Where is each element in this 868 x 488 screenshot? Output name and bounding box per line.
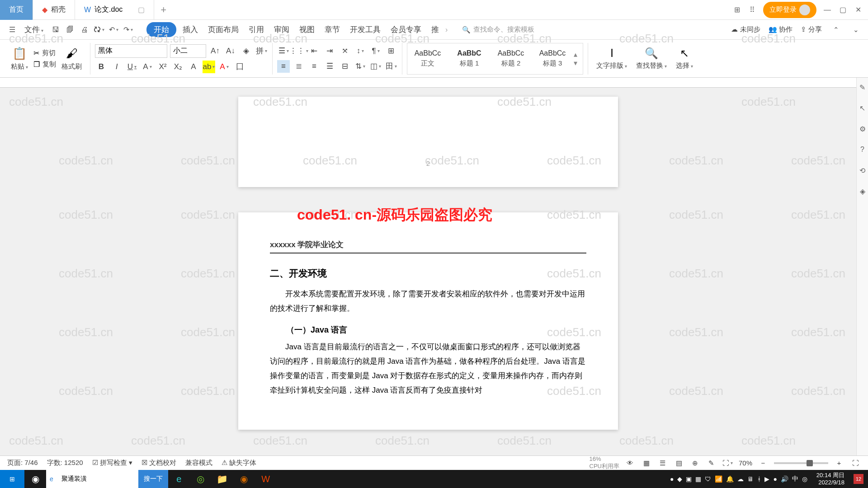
tray-icon[interactable]: 📶 — [715, 475, 722, 483]
select-button[interactable]: 选择 — [676, 61, 693, 70]
share-button[interactable]: ⇪ 分享 — [801, 25, 822, 34]
tray-icon[interactable]: ᚼ — [757, 475, 761, 483]
tray-icon[interactable]: ◆ — [677, 475, 682, 483]
page-indicator[interactable]: 页面: 7/46 — [7, 459, 38, 467]
close-button[interactable]: ✕ — [854, 5, 863, 14]
tray-icon[interactable]: ● — [670, 475, 674, 483]
subscript-button[interactable]: X₂ — [172, 61, 184, 73]
zoom-level[interactable]: 70% — [739, 459, 752, 467]
quick-access-icon[interactable]: 🗘 — [93, 24, 105, 36]
view-outline-icon[interactable]: ☰ — [657, 458, 668, 469]
bold-button[interactable]: B — [95, 61, 108, 73]
borders-button[interactable]: 田 — [385, 60, 397, 73]
superscript-button[interactable]: X² — [156, 61, 169, 73]
help-icon[interactable]: ? — [858, 145, 868, 155]
tab-daoke[interactable]: ◆稻壳 — [33, 0, 75, 20]
style-heading3[interactable]: AaBbCc标题 3 — [532, 43, 573, 74]
paste-icon[interactable]: 📋 — [12, 47, 27, 61]
outline-button[interactable]: ⤧ — [339, 45, 351, 57]
menu-insert[interactable]: 插入 — [179, 23, 202, 37]
collab-button[interactable]: 👥 协作 — [769, 25, 793, 34]
tray-icon[interactable]: 🔔 — [726, 475, 734, 483]
cursor-icon[interactable]: ↖ — [858, 103, 868, 113]
proofread[interactable]: ☒ 文档校对 — [142, 459, 176, 467]
menu-member[interactable]: 会员专享 — [387, 23, 425, 37]
sort-button[interactable]: ↕ — [354, 45, 367, 57]
align-right-button[interactable]: ≡ — [308, 60, 321, 73]
copy-button[interactable]: ❐复制 — [33, 60, 56, 69]
ai-icon[interactable]: ◈ — [858, 186, 868, 196]
tray-icon[interactable]: 🔊 — [781, 475, 788, 483]
font-size-select[interactable] — [170, 44, 206, 58]
grow-font-icon[interactable]: A↑ — [209, 45, 222, 57]
page-current[interactable]: code51. cn-源码乐园盗图必究 xxxxxx 学院毕业论文 二、开发环境… — [238, 212, 618, 430]
ruler[interactable] — [0, 78, 856, 88]
highlight-button[interactable]: ab — [203, 61, 215, 73]
system-tray[interactable]: ●◆ ▣▦ 🛡📶 🔔☁ 🖥ᚼ ▶● 🔊中 ◎ — [670, 475, 807, 483]
zoom-out-button[interactable]: − — [758, 458, 769, 469]
font-family-select[interactable] — [95, 44, 167, 58]
menu-pagelayout[interactable]: 页面布局 — [204, 23, 242, 37]
justify-button[interactable]: ☰ — [323, 60, 336, 73]
clear-format-icon[interactable]: ◈ — [240, 45, 252, 57]
line-spacing-button[interactable]: ⇅ — [354, 60, 367, 73]
print-icon[interactable]: 🖨 — [79, 24, 90, 36]
undo-icon[interactable]: ↶ — [108, 24, 119, 36]
command-search[interactable]: 🔍 查找命令、搜索模板 — [457, 23, 540, 36]
notification-badge[interactable]: 12 — [854, 474, 863, 484]
settings-icon[interactable]: ⚙ — [858, 124, 868, 134]
tray-icon[interactable]: ▦ — [695, 475, 701, 483]
menu-more[interactable]: 推 — [428, 23, 443, 37]
browser-icon[interactable]: ◎ — [190, 470, 212, 488]
strike-button[interactable]: A — [141, 61, 154, 73]
style-normal[interactable]: AaBbCc正文 — [407, 43, 448, 74]
cortana-icon[interactable]: ◉ — [24, 470, 46, 488]
maximize-button[interactable]: ▢ — [838, 5, 847, 14]
increase-indent-button[interactable]: ⇥ — [323, 45, 336, 57]
pen-icon[interactable]: ✎ — [858, 82, 868, 92]
eye-icon[interactable]: 👁 — [625, 458, 636, 469]
taskbar-search[interactable]: e 搜一下 — [46, 470, 168, 488]
shading-button[interactable]: ◫ — [369, 60, 382, 73]
collapse-ribbon-icon[interactable]: ⌃ — [830, 24, 842, 36]
taskbar-clock[interactable]: 20:14 周日2022/9/18 — [812, 472, 849, 486]
translate-icon[interactable]: ⟲ — [858, 165, 868, 175]
missing-fonts[interactable]: ⚠ 缺失字体 — [222, 459, 256, 467]
menu-start[interactable]: 开始 — [146, 22, 176, 37]
italic-button[interactable]: I — [110, 61, 123, 73]
tray-icon[interactable]: ▣ — [686, 475, 692, 483]
menu-review[interactable]: 审阅 — [270, 23, 293, 37]
apps-icon[interactable]: ⠿ — [748, 5, 757, 14]
tab-menu-icon[interactable]: ▢ — [138, 5, 145, 14]
text-direction-button[interactable]: 文字排版 — [596, 61, 627, 70]
style-down-icon[interactable]: ▾ — [574, 59, 583, 67]
tray-icon[interactable]: ● — [773, 475, 777, 483]
word-count[interactable]: 字数: 12520 — [47, 459, 83, 467]
explorer-icon[interactable]: 📁 — [212, 470, 233, 488]
search-input[interactable] — [57, 470, 138, 488]
tray-icon[interactable]: ☁ — [737, 475, 744, 483]
style-gallery[interactable]: AaBbCc正文 AaBbC标题 1 AaBbCc标题 2 AaBbCc标题 3… — [407, 43, 583, 75]
search-button[interactable]: 搜一下 — [138, 470, 168, 488]
border-button[interactable]: ⊞ — [385, 45, 397, 57]
shrink-font-icon[interactable]: A↓ — [224, 45, 237, 57]
menu-devtools[interactable]: 开发工具 — [346, 23, 384, 37]
view-page-icon[interactable]: ▦ — [641, 458, 652, 469]
compat-mode[interactable]: 兼容模式 — [185, 459, 212, 467]
tray-ime[interactable]: 中 — [792, 475, 798, 483]
print-preview-icon[interactable]: 🗐 — [64, 24, 76, 36]
zoom-slider[interactable] — [774, 462, 828, 464]
save-icon[interactable]: 🖫 — [50, 24, 61, 36]
spell-check[interactable]: ☑ 拼写检查 ▾ — [92, 459, 132, 467]
tray-icon[interactable]: 🛡 — [705, 475, 711, 483]
edge-icon[interactable]: e — [168, 470, 190, 488]
menu-section[interactable]: 章节 — [321, 23, 344, 37]
wps-icon[interactable]: W — [255, 470, 277, 488]
tray-icon[interactable]: 🖥 — [747, 475, 754, 483]
layout-icon[interactable]: ⊞ — [732, 5, 741, 14]
start-button[interactable]: ⊞ — [0, 470, 24, 488]
paste-button[interactable]: 粘贴 — [11, 62, 28, 71]
minimize-button[interactable]: — — [823, 5, 832, 14]
format-painter-button[interactable]: 格式刷 — [61, 62, 82, 71]
numbering-button[interactable]: ⋮⋮ — [292, 45, 305, 57]
